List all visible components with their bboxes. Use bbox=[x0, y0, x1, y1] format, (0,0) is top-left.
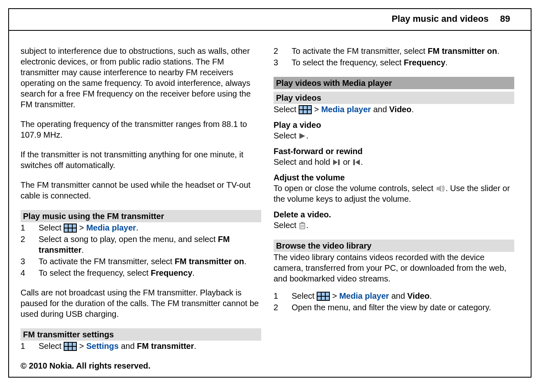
svg-rect-13 bbox=[73, 347, 76, 350]
svg-rect-16 bbox=[304, 106, 307, 109]
svg-rect-15 bbox=[299, 106, 303, 109]
item-number: 3 bbox=[274, 57, 292, 68]
paragraph: The operating frequency of the transmitt… bbox=[21, 119, 261, 140]
svg-rect-1 bbox=[64, 224, 68, 228]
list-item: 1 Select > Media player. bbox=[21, 222, 261, 233]
item-body: Select > Media player. bbox=[39, 222, 261, 233]
paragraph: If the transmitter is not transmitting a… bbox=[21, 149, 261, 171]
svg-rect-29 bbox=[299, 223, 305, 224]
list-item: 3 To select the frequency, select Freque… bbox=[274, 57, 514, 68]
sub-heading: Fast-forward or rewind bbox=[274, 146, 514, 157]
next-icon bbox=[332, 159, 341, 166]
item-body: To activate the FM transmitter, select F… bbox=[292, 46, 514, 56]
svg-rect-6 bbox=[73, 228, 76, 232]
sub-heading: Adjust the volume bbox=[274, 172, 514, 183]
instruction-line: Select and hold or . bbox=[274, 157, 514, 167]
section-heading: Browse the video library bbox=[274, 240, 514, 252]
list-item: 3 To activate the FM transmitter, select… bbox=[21, 256, 261, 267]
grid-icon bbox=[317, 292, 330, 301]
instruction-line: Select . bbox=[274, 130, 514, 141]
svg-rect-23 bbox=[338, 159, 340, 165]
svg-marker-22 bbox=[333, 159, 338, 165]
item-number: 4 bbox=[21, 267, 39, 278]
prev-icon bbox=[352, 159, 361, 166]
trash-icon bbox=[299, 221, 306, 230]
paragraph: Calls are not broadcast using the FM tra… bbox=[21, 287, 261, 319]
sub-heading: Play a video bbox=[274, 120, 514, 130]
ordered-list: 1 Select > Media player. 2 Select a song… bbox=[21, 222, 261, 278]
speaker-icon bbox=[436, 184, 446, 193]
item-number: 3 bbox=[21, 256, 39, 267]
settings-link[interactable]: Settings bbox=[86, 341, 119, 350]
svg-rect-30 bbox=[301, 222, 304, 223]
instruction-line: To open or close the volume controls, se… bbox=[274, 183, 514, 204]
item-number: 1 bbox=[274, 291, 292, 301]
right-column: 2 To activate the FM transmitter, select… bbox=[274, 46, 514, 354]
svg-rect-17 bbox=[308, 106, 311, 109]
svg-rect-4 bbox=[64, 228, 68, 232]
content-columns: subject to interference due to obstructi… bbox=[9, 31, 531, 358]
svg-marker-25 bbox=[355, 159, 360, 165]
item-body: To select the frequency, select Frequenc… bbox=[292, 57, 514, 68]
svg-rect-38 bbox=[318, 297, 321, 300]
ordered-list: 1 Select > Media player and Video. 2 Ope… bbox=[274, 291, 514, 313]
item-body: Select > Settings and FM transmitter. bbox=[39, 341, 261, 351]
paragraph: The video library contains videos record… bbox=[274, 252, 514, 284]
section-subheading: Play videos bbox=[274, 92, 514, 104]
svg-rect-5 bbox=[69, 228, 72, 232]
svg-rect-18 bbox=[299, 110, 303, 113]
svg-rect-39 bbox=[322, 297, 325, 300]
paragraph: subject to interference due to obstructi… bbox=[21, 46, 261, 110]
left-column: subject to interference due to obstructi… bbox=[21, 46, 261, 354]
svg-rect-40 bbox=[326, 297, 329, 300]
svg-rect-37 bbox=[326, 293, 329, 296]
svg-rect-35 bbox=[318, 293, 321, 296]
svg-marker-21 bbox=[299, 133, 305, 139]
media-player-link[interactable]: Media player bbox=[339, 291, 389, 300]
paragraph: The FM transmitter cannot be used while … bbox=[21, 180, 261, 201]
page-number: 89 bbox=[500, 14, 510, 24]
section-heading: Play music using the FM transmitter bbox=[21, 210, 261, 222]
item-body: Select a song to play, open the menu, an… bbox=[39, 234, 261, 255]
media-player-link[interactable]: Media player bbox=[321, 105, 371, 114]
item-number: 2 bbox=[274, 302, 292, 313]
svg-rect-24 bbox=[353, 159, 355, 165]
list-item: 4 To select the frequency, select Freque… bbox=[21, 267, 261, 278]
item-body: Open the menu, and filter the view by da… bbox=[292, 302, 514, 313]
grid-icon bbox=[64, 342, 77, 351]
item-number: 2 bbox=[274, 46, 292, 56]
list-item: 1 Select > Settings and FM transmitter. bbox=[21, 341, 261, 351]
grid-icon bbox=[64, 224, 77, 233]
ordered-list: 2 To activate the FM transmitter, select… bbox=[274, 46, 514, 68]
grid-icon bbox=[299, 105, 312, 114]
svg-marker-27 bbox=[439, 185, 441, 192]
item-number: 2 bbox=[21, 234, 39, 255]
svg-rect-20 bbox=[308, 110, 311, 113]
media-player-link[interactable]: Media player bbox=[86, 223, 136, 232]
svg-rect-9 bbox=[69, 343, 72, 346]
svg-rect-3 bbox=[73, 224, 76, 228]
svg-rect-2 bbox=[69, 224, 72, 228]
page-header: Play music and videos 89 bbox=[9, 9, 531, 31]
svg-rect-11 bbox=[64, 347, 68, 350]
item-number: 1 bbox=[21, 341, 39, 351]
play-icon bbox=[299, 132, 306, 140]
svg-rect-10 bbox=[73, 343, 76, 346]
header-title: Play music and videos bbox=[391, 14, 488, 24]
list-item: 2 To activate the FM transmitter, select… bbox=[274, 46, 514, 56]
footer-copyright: © 2010 Nokia. All rights reserved. bbox=[9, 358, 531, 377]
page-frame: Play music and videos 89 subject to inte… bbox=[8, 8, 531, 378]
ordered-list: 1 Select > Settings and FM transmitter. bbox=[21, 341, 261, 351]
section-heading: Play videos with Media player bbox=[274, 77, 514, 89]
svg-rect-19 bbox=[304, 110, 307, 113]
item-body: To select the frequency, select Frequenc… bbox=[39, 267, 261, 278]
list-item: 1 Select > Media player and Video. bbox=[274, 291, 514, 301]
svg-rect-26 bbox=[437, 187, 439, 190]
section-heading: FM transmitter settings bbox=[21, 328, 261, 341]
svg-rect-36 bbox=[322, 293, 325, 296]
list-item: 2 Open the menu, and filter the view by … bbox=[274, 302, 514, 313]
svg-rect-12 bbox=[69, 347, 72, 350]
instruction-line: Select . bbox=[274, 220, 514, 231]
list-item: 2 Select a song to play, open the menu, … bbox=[21, 234, 261, 255]
svg-rect-8 bbox=[64, 343, 68, 346]
